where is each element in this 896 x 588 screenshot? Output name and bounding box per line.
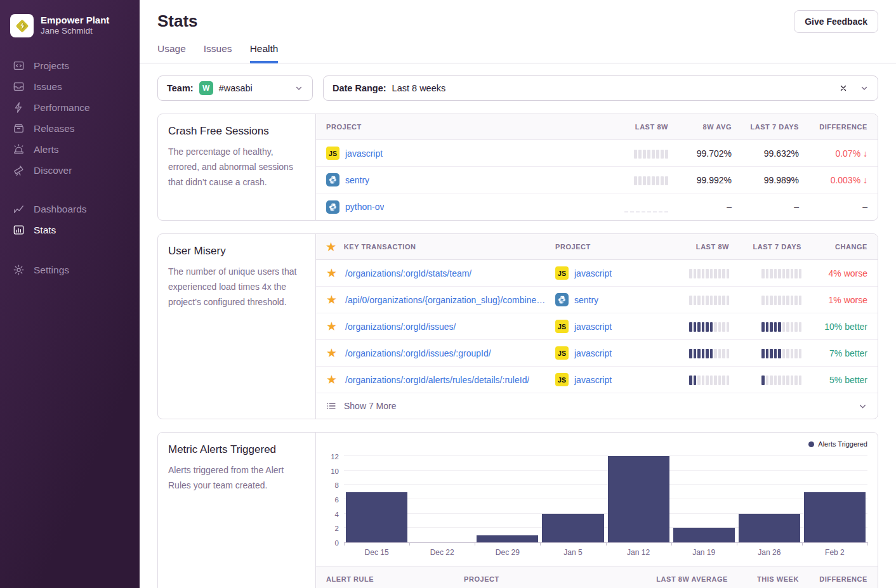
javascript-icon: JS bbox=[555, 266, 569, 280]
sidebar-item-issues[interactable]: Issues bbox=[0, 76, 140, 97]
date-range-value: Last 8 weeks bbox=[392, 83, 446, 93]
column-header-alert-rule: ALERT RULE bbox=[326, 575, 464, 583]
project-link[interactable]: javascript bbox=[574, 268, 612, 278]
metric-alerts-chart-section: Alerts Triggered 024681012 Dec 15Dec 22D… bbox=[316, 433, 878, 588]
transaction-link[interactable]: /organizations/:orgId/issues/:groupId/ bbox=[345, 348, 491, 358]
panel-description: The percentage of healthy, errored, and … bbox=[168, 144, 305, 190]
project-link[interactable]: javascript bbox=[574, 375, 612, 385]
show-more-button[interactable]: Show 7 More bbox=[316, 393, 878, 419]
change-value: 5% better bbox=[829, 375, 867, 385]
column-header-project: PROJECT bbox=[555, 243, 657, 251]
panel-description: Alerts triggered from the Alert Rules yo… bbox=[168, 462, 305, 493]
sidebar-item-alerts[interactable]: Alerts bbox=[0, 139, 140, 160]
avg-8w-value: 99.992% bbox=[697, 175, 732, 185]
column-header-change: CHANGE bbox=[835, 243, 867, 251]
project-link[interactable]: javascript bbox=[345, 148, 383, 159]
transaction-link[interactable]: /organizations/:orgId/stats/team/ bbox=[345, 268, 471, 278]
column-header-this-week: THIS WEEK bbox=[757, 575, 799, 583]
avg-8w-value: 99.702% bbox=[697, 148, 732, 159]
star-icon: ★ bbox=[326, 242, 336, 252]
clear-icon[interactable] bbox=[839, 84, 848, 93]
change-value: 7% better bbox=[829, 348, 867, 358]
project-link[interactable]: sentry bbox=[574, 295, 598, 305]
star-icon[interactable]: ★ bbox=[326, 320, 337, 332]
empower-plant-logo-icon bbox=[14, 18, 30, 34]
y-tick-label: 10 bbox=[331, 467, 339, 476]
last-7-days-value: 99.989% bbox=[764, 175, 799, 185]
alerts-triggered-chart: Alerts Triggered 024681012 Dec 15Dec 22D… bbox=[316, 433, 878, 566]
star-icon[interactable]: ★ bbox=[326, 374, 337, 386]
sidebar-item-label: Alerts bbox=[34, 144, 59, 155]
team-select-label: Team: bbox=[167, 83, 194, 93]
sparkline-last-8w bbox=[689, 348, 729, 358]
sparkline-last-7-days bbox=[761, 294, 801, 305]
star-icon[interactable]: ★ bbox=[326, 267, 337, 279]
column-header-last-8w: LAST 8W bbox=[635, 123, 668, 131]
tab-health[interactable]: Health bbox=[250, 43, 279, 63]
table-header: ★ KEY TRANSACTION PROJECT LAST 8W LAST 7… bbox=[316, 234, 878, 260]
metric-alerts-panel: Metric Alerts Triggered Alerts triggered… bbox=[157, 432, 878, 588]
javascript-icon: JS bbox=[555, 320, 569, 333]
project-link[interactable]: javascript bbox=[574, 322, 612, 332]
project-link[interactable]: python-ov bbox=[345, 202, 384, 212]
tab-issues[interactable]: Issues bbox=[204, 43, 232, 63]
sidebar-item-label: Discover bbox=[34, 165, 72, 176]
x-tick-label: Jan 26 bbox=[737, 548, 802, 557]
star-icon[interactable]: ★ bbox=[326, 347, 337, 359]
python-icon bbox=[555, 293, 569, 306]
sidebar-item-releases[interactable]: Releases bbox=[0, 118, 140, 139]
sidebar-item-dashboards[interactable]: Dashboards bbox=[0, 199, 140, 219]
star-icon[interactable]: ★ bbox=[326, 294, 337, 306]
date-range-label: Date Range: bbox=[333, 83, 386, 93]
bar-chart-icon bbox=[13, 224, 25, 236]
project-link[interactable]: javascript bbox=[574, 348, 612, 358]
sidebar-item-performance[interactable]: Performance bbox=[0, 97, 140, 118]
change-value: 4% worse bbox=[829, 268, 867, 278]
user-name: Jane Schmidt bbox=[41, 26, 109, 37]
transaction-link[interactable]: /api/0/organizations/{organization_slug}… bbox=[345, 295, 545, 305]
transaction-link[interactable]: /organizations/:orgId/issues/ bbox=[345, 322, 456, 332]
chevron-down-icon[interactable] bbox=[294, 84, 303, 93]
chart-legend[interactable]: Alerts Triggered bbox=[808, 440, 867, 448]
transaction-link[interactable]: /organizations/:orgId/alerts/rules/detai… bbox=[345, 375, 529, 385]
column-header-project: PROJECT bbox=[464, 575, 628, 583]
column-header-difference: DIFFERENCE bbox=[819, 123, 867, 131]
column-header-last-8w: LAST 8W bbox=[696, 243, 729, 251]
user-misery-panel: User Misery The number of unique users t… bbox=[157, 233, 878, 419]
sparkline-last-8w bbox=[689, 321, 729, 332]
legend-label: Alerts Triggered bbox=[818, 440, 867, 448]
team-select[interactable]: Team: W #wasabi bbox=[157, 75, 313, 101]
page-title: Stats bbox=[157, 11, 198, 31]
chevron-down-icon[interactable] bbox=[860, 84, 869, 93]
sparkline-last-8w bbox=[624, 202, 668, 212]
sidebar-item-stats[interactable]: Stats bbox=[0, 219, 140, 240]
sparkline-last-7-days bbox=[761, 321, 801, 332]
give-feedback-button[interactable]: Give Feedback bbox=[794, 10, 878, 33]
legend-dot-icon bbox=[808, 441, 814, 447]
difference-value: 0.07% bbox=[835, 148, 860, 159]
sparkline-last-7-days bbox=[761, 268, 801, 278]
releases-icon bbox=[13, 122, 25, 134]
chart-y-axis: 024681012 bbox=[326, 457, 344, 543]
sidebar-item-settings[interactable]: Settings bbox=[0, 259, 140, 280]
y-tick-label: 2 bbox=[335, 524, 339, 533]
table-row: ★ /api/0/organizations/{organization_slu… bbox=[316, 287, 878, 313]
x-tick-label: Feb 2 bbox=[802, 548, 867, 557]
column-header-key-transaction: KEY TRANSACTION bbox=[344, 243, 416, 251]
chart-bar bbox=[346, 492, 407, 542]
chevron-down-icon[interactable] bbox=[858, 402, 867, 411]
table-row: python-ov – – – bbox=[316, 193, 878, 220]
x-tick-label: Jan 5 bbox=[540, 548, 605, 557]
tab-usage[interactable]: Usage bbox=[157, 43, 186, 63]
date-range-select[interactable]: Date Range: Last 8 weeks bbox=[323, 75, 878, 101]
chart-bar bbox=[542, 514, 603, 542]
x-tick-label: Dec 22 bbox=[409, 548, 475, 557]
chart-bar bbox=[608, 456, 669, 542]
sidebar-item-projects[interactable]: Projects bbox=[0, 55, 140, 76]
project-link[interactable]: sentry bbox=[345, 175, 369, 185]
x-tick-label: Dec 29 bbox=[475, 548, 540, 557]
sidebar-item-discover[interactable]: Discover bbox=[0, 160, 140, 181]
javascript-icon: JS bbox=[555, 373, 569, 386]
org-switcher[interactable]: Empower Plant Jane Schmidt bbox=[0, 9, 140, 46]
column-header-last-7-days: LAST 7 DAYS bbox=[753, 243, 801, 251]
